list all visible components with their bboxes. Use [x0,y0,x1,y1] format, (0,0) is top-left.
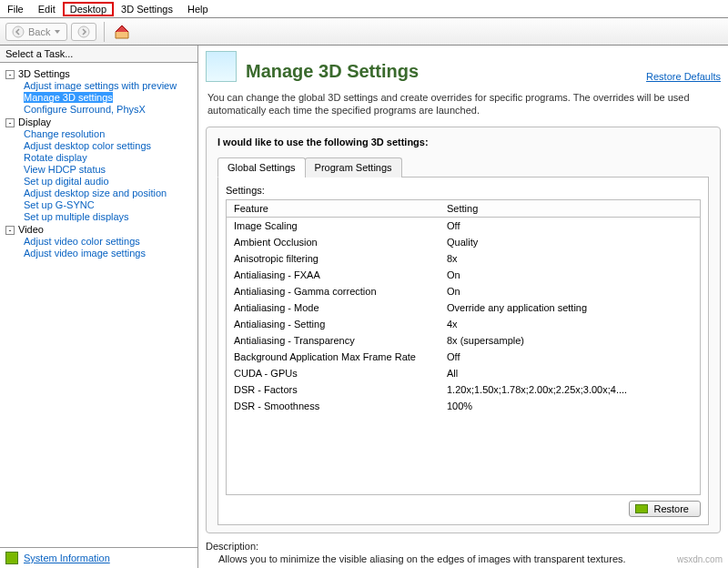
menu-help[interactable]: Help [180,2,216,16]
cell-setting: On [440,267,700,283]
table-row[interactable]: Antialiasing - Setting4x [227,316,700,332]
cell-setting: Off [440,349,700,365]
tree-category: -Display [5,117,196,127]
tree-item[interactable]: Configure Surround, PhysX [24,104,146,115]
panel-lead: I would like to use the following 3D set… [217,137,709,147]
content-pane: Manage 3D Settings Restore Defaults You … [198,46,728,568]
table-row[interactable]: Ambient OcclusionQuality [227,234,700,250]
system-information-row: System Information [0,547,197,568]
menu-file[interactable]: File [0,2,31,16]
cell-feature: Antialiasing - FXAA [227,267,440,283]
description-text: Allows you to minimize the visible alias… [218,553,721,564]
table-row[interactable]: Anisotropic filtering8x [227,250,700,267]
tree-item[interactable]: Adjust desktop color settings [24,140,151,151]
settings-label: Settings: [226,185,701,196]
sidebar-header: Select a Task... [0,46,197,63]
table-row[interactable]: Image ScalingOff [227,217,700,234]
svg-point-1 [78,26,89,37]
home-icon [113,23,131,41]
tree-twisty-icon[interactable]: - [5,118,15,127]
tab-program-settings[interactable]: Program Settings [305,157,402,178]
tree-item[interactable]: Adjust desktop size and position [24,188,167,198]
table-row[interactable]: Antialiasing - Transparency8x (supersamp… [227,332,700,349]
tree-item[interactable]: Rotate display [24,152,87,163]
cell-feature: DSR - Smoothness [227,398,440,414]
settings-grid-scroll[interactable]: Feature Setting Image ScalingOffAmbient … [227,200,700,494]
table-row[interactable]: DSR - Factors1.20x;1.50x;1.78x;2.00x;2.2… [227,381,700,398]
cell-setting: 1.20x;1.50x;1.78x;2.00x;2.25x;3.00x;4...… [440,381,700,398]
cell-setting: Quality [440,234,700,250]
cell-feature: DSR - Factors [227,381,440,398]
tree-item[interactable]: Adjust video image settings [24,248,146,259]
page-icon [206,51,237,82]
tree-item[interactable]: Adjust video color settings [24,236,140,247]
table-row[interactable]: Antialiasing - FXAAOn [227,267,700,283]
menu-desktop[interactable]: Desktop [63,2,114,16]
cell-setting: Override any application setting [440,299,700,316]
tree-item[interactable]: Set up digital audio [24,176,109,187]
settings-grid: Feature Setting Image ScalingOffAmbient … [227,200,700,414]
table-row[interactable]: Background Application Max Frame RateOff [227,349,700,365]
column-feature[interactable]: Feature [227,200,440,218]
page-description: You can change the global 3D settings an… [207,91,721,117]
table-row[interactable]: CUDA - GPUsAll [227,365,700,381]
back-arrow-icon [12,25,25,38]
home-button[interactable] [112,22,132,42]
description-block: Description: Allows you to minimize the … [206,541,721,564]
back-dropdown-icon [54,28,61,36]
page-title: Manage 3D Settings [246,61,637,82]
svg-point-0 [13,26,24,37]
forward-arrow-icon [77,25,90,38]
cell-setting: 4x [440,316,700,332]
sidebar: Select a Task... -3D SettingsAdjust imag… [0,46,198,568]
restore-defaults-link[interactable]: Restore Defaults [646,71,721,82]
restore-button-label: Restore [653,503,689,514]
table-row[interactable]: DSR - Smoothness100% [227,398,700,414]
system-information-link[interactable]: System Information [24,553,110,563]
description-label: Description: [206,541,721,552]
cell-setting: 100% [440,398,700,414]
tree-item[interactable]: Set up multiple displays [24,211,129,222]
watermark: wsxdn.com [677,554,723,564]
cell-feature: Antialiasing - Setting [227,316,440,332]
cell-feature: Antialiasing - Gamma correction [227,283,440,299]
settings-panel: I would like to use the following 3D set… [206,127,721,533]
task-tree: -3D SettingsAdjust image settings with p… [0,63,197,547]
cell-setting: 8x [440,250,700,267]
tree-twisty-icon[interactable]: - [5,226,15,235]
nvidia-icon [635,504,648,513]
cell-feature: Background Application Max Frame Rate [227,349,440,365]
restore-button[interactable]: Restore [629,501,701,517]
menu-bar: File Edit Desktop 3D Settings Help [0,0,728,18]
tree-item[interactable]: View HDCP status [24,164,106,175]
tab-body: Settings: Feature Setting Image ScalingO… [217,177,709,525]
tab-strip: Global Settings Program Settings [217,157,709,177]
cell-feature: Anisotropic filtering [227,250,440,267]
tree-twisty-icon[interactable]: - [5,70,15,79]
tree-item[interactable]: Adjust image settings with preview [24,80,177,91]
back-button[interactable]: Back [5,23,67,41]
cell-feature: Ambient Occlusion [227,234,440,250]
table-row[interactable]: Antialiasing - Gamma correctionOn [227,283,700,299]
cell-feature: CUDA - GPUs [227,365,440,381]
cell-setting: On [440,283,700,299]
cell-setting: 8x (supersample) [440,332,700,349]
tree-item[interactable]: Change resolution [24,128,105,139]
tree-item[interactable]: Set up G-SYNC [24,199,95,210]
tree-category: -3D Settings [5,68,196,79]
cell-feature: Image Scaling [227,217,440,234]
cell-setting: All [440,365,700,381]
cell-setting: Off [440,217,700,234]
toolbar: Back [0,18,728,46]
menu-3d-settings[interactable]: 3D Settings [114,2,180,16]
column-setting[interactable]: Setting [440,200,700,218]
tree-item[interactable]: Manage 3D settings [24,92,113,103]
table-row[interactable]: Antialiasing - ModeOverride any applicat… [227,299,700,316]
cell-feature: Antialiasing - Mode [227,299,440,316]
cell-feature: Antialiasing - Transparency [227,332,440,349]
tab-global-settings[interactable]: Global Settings [217,157,306,178]
info-icon [5,552,18,564]
menu-edit[interactable]: Edit [31,2,63,16]
back-label: Back [28,26,50,37]
forward-button[interactable] [71,23,96,41]
